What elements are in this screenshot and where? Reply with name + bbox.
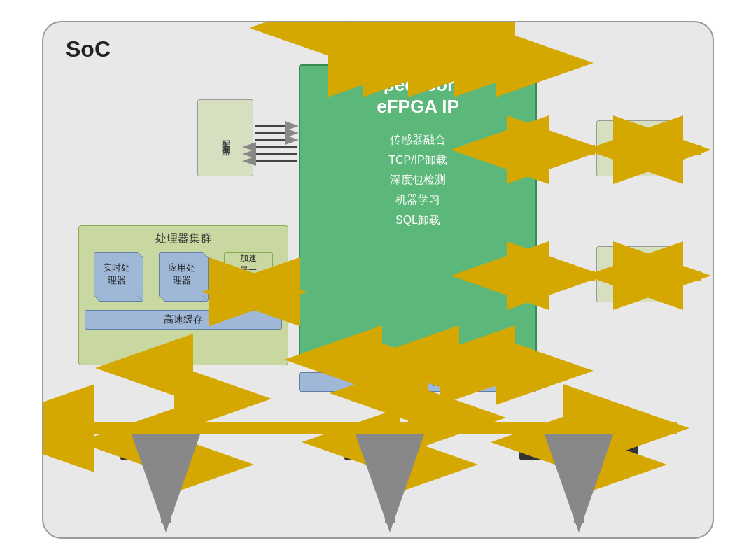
sata-block: SATA接口 — [596, 246, 673, 302]
cluster-cache-bar: 高速缓存 — [85, 310, 282, 330]
efpga-cache-bar: 高速缓存 — [299, 372, 537, 392]
accel-box: 加速器一致性端口 — [224, 252, 273, 301]
ethernet-block: 100G 以太网 — [596, 120, 673, 176]
efpga-block: Speedcore eFPGA IP 传感器融合 TCP/IP卸载 深度包检测 … — [299, 64, 537, 358]
processor-cluster: 处理器集群 实时处理器 应用处理器 加速器一致性端口 高速缓存 — [78, 225, 288, 365]
efpga-title: Speedcore eFPGA IP — [372, 74, 465, 118]
ddr1-box: DDR控制器 — [120, 435, 188, 460]
app-proc-front: 应用处理器 — [159, 252, 204, 297]
ddr2-box: DDR控制器 — [344, 435, 412, 460]
efpga-features: 传感器融合 TCP/IP卸载 深度包检测 机器学习 SQL卸载 — [388, 130, 447, 231]
realtime-proc-front: 实时处理器 — [94, 252, 139, 297]
config-block: 配置方案回路 — [197, 99, 253, 176]
cluster-label: 处理器集群 — [85, 232, 282, 246]
processors-row: 实时处理器 应用处理器 加速器一致性端口 — [85, 252, 282, 304]
soc-label: SoC — [66, 36, 111, 62]
app-processor-stack: 应用处理器 — [159, 252, 218, 304]
realtime-processor-stack: 实时处理器 — [94, 252, 153, 304]
soc-diagram: SoC Speedcore eFPGA IP 传感器融合 TCP/IP卸载 深度… — [42, 21, 714, 539]
pcie-box: PCI Express接口 — [519, 435, 638, 460]
